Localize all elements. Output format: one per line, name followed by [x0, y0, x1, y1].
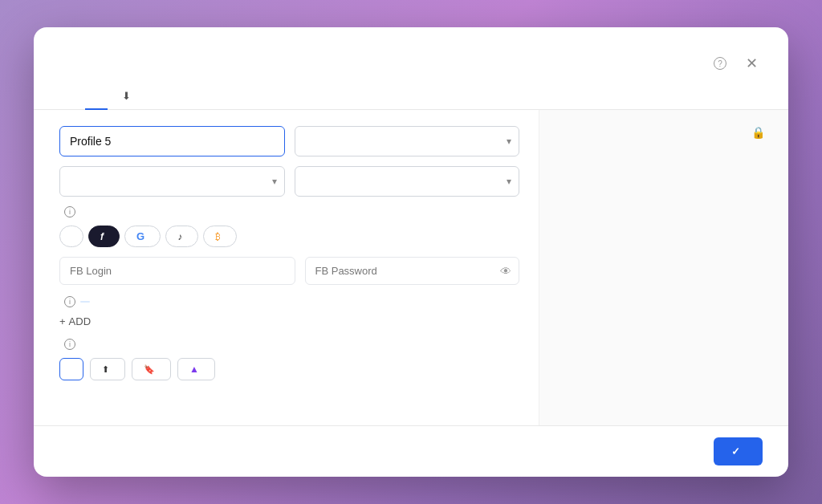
new-fingerprint-button[interactable]: 🔒 — [751, 126, 769, 139]
fb-login-input[interactable] — [59, 257, 295, 285]
tags-group — [59, 166, 285, 197]
form-row-1 — [59, 126, 519, 156]
saved-proxies-icon: 🔖 — [144, 364, 155, 375]
left-panel: i f G ♪ ₿ — [34, 110, 539, 425]
profile-name-group — [59, 126, 285, 156]
start-pages-section: i + ADD — [59, 296, 519, 327]
summary-value-platform — [629, 171, 633, 185]
fingerprint-icon: 🔒 — [751, 126, 765, 139]
modal-top-right: ? ✕ — [714, 53, 763, 74]
profile-type-info-icon: i — [64, 206, 75, 217]
start-pages-info-icon: i — [64, 296, 75, 307]
tab-general[interactable] — [59, 83, 82, 110]
modal-footer: ✓ — [34, 425, 788, 477]
add-start-page-button[interactable]: + ADD — [59, 315, 91, 327]
new-profile-modal: ? ✕ ⬇ — [34, 27, 788, 477]
tab-mass-import[interactable]: ⬇ — [111, 83, 147, 110]
tab-advanced[interactable] — [85, 83, 108, 110]
soon-badge — [80, 301, 90, 303]
add-icon: + — [59, 315, 66, 327]
google-icon: G — [136, 230, 144, 242]
checkmark-icon: ✓ — [731, 445, 740, 457]
tags-select[interactable] — [59, 166, 285, 197]
fb-password-wrap: 👁 — [305, 257, 520, 285]
tabs-bar: ⬇ — [34, 74, 788, 110]
proxy-btn-saved-proxies[interactable]: 🔖 — [132, 358, 171, 380]
fb-login-row: 👁 — [59, 257, 519, 285]
add-label: ADD — [69, 315, 91, 327]
start-pages-label-row: i — [59, 296, 519, 307]
asocks-icon: ▲ — [189, 364, 199, 375]
question-circle-icon: ? — [714, 57, 726, 70]
new-proxy-icon: ⬆ — [102, 364, 109, 375]
create-profile-button[interactable]: ✓ — [714, 437, 763, 465]
cancel-button[interactable] — [678, 445, 704, 458]
type-btn-google[interactable]: G — [124, 226, 161, 247]
profile-type-buttons: f G ♪ ₿ — [59, 226, 519, 247]
fb-password-input[interactable] — [305, 257, 520, 285]
type-btn-fb[interactable]: f — [88, 226, 120, 247]
type-btn-crypto[interactable]: ₿ — [203, 226, 237, 247]
crypto-icon: ₿ — [215, 231, 221, 242]
proxy-section: i ⬆ 🔖 ▲ — [59, 339, 519, 380]
type-btn-tiktok[interactable]: ♪ — [165, 226, 198, 247]
proxy-buttons: ⬆ 🔖 ▲ — [59, 358, 519, 380]
proxy-label-row: i — [59, 339, 519, 350]
folder-group — [295, 166, 520, 197]
eye-icon[interactable]: 👁 — [500, 265, 511, 278]
modal-body: i f G ♪ ₿ — [34, 110, 788, 425]
summary-rows — [559, 152, 769, 211]
type-btn-none[interactable] — [59, 226, 83, 247]
profile-name-input[interactable] — [59, 126, 285, 156]
proxy-info-icon: i — [64, 339, 75, 350]
download-icon: ⬇ — [122, 90, 131, 102]
profile-type-section: i — [59, 206, 519, 217]
proxy-btn-no-proxy[interactable] — [59, 358, 83, 380]
tiktok-icon: ♪ — [177, 231, 182, 242]
status-select[interactable] — [295, 126, 520, 156]
proxy-btn-new-proxy[interactable]: ⬆ — [90, 358, 125, 380]
status-group — [295, 126, 520, 156]
summary-panel: 🔒 — [539, 110, 788, 425]
modal-header: ? ✕ — [34, 27, 788, 74]
fb-icon: f — [100, 231, 104, 242]
how-to-button[interactable]: ? — [714, 57, 731, 70]
proxy-btn-asocks[interactable]: ▲ — [177, 358, 215, 380]
summary-row-platform — [559, 171, 769, 185]
form-row-2 — [59, 166, 519, 197]
close-button[interactable]: ✕ — [741, 53, 763, 74]
folder-select[interactable] — [295, 166, 520, 197]
summary-header: 🔒 — [559, 126, 769, 139]
